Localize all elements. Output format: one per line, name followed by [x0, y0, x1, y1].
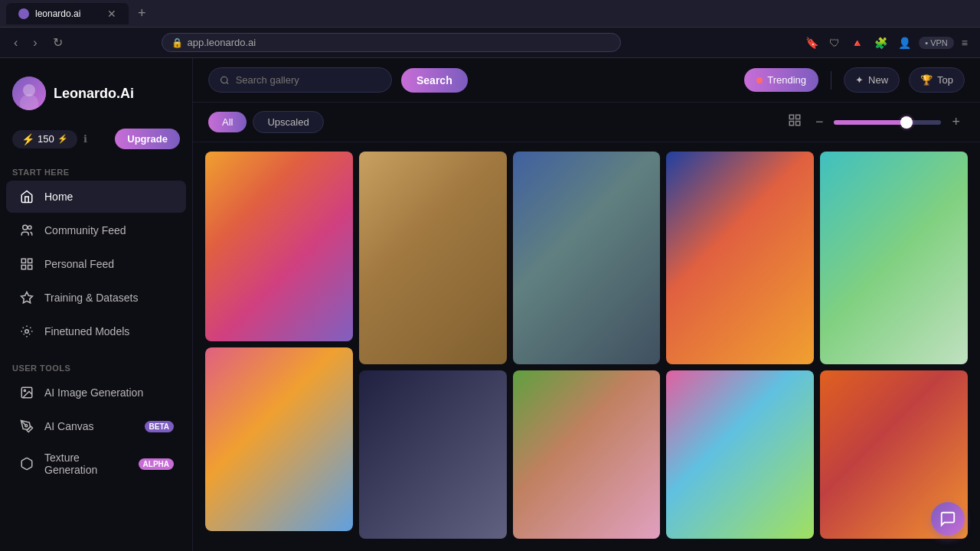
zoom-slider[interactable]	[834, 120, 941, 125]
gallery-item[interactable]: ⌥ ⛶	[205, 347, 353, 531]
new-button[interactable]: ✦ New	[844, 67, 900, 93]
avatar	[12, 77, 46, 110]
search-icon	[220, 75, 230, 86]
vpn-badge: • VPN	[919, 37, 954, 49]
sidebar-item-ai-image[interactable]: AI Image Generation	[6, 377, 186, 409]
menu-icon[interactable]: ≡	[959, 34, 971, 52]
zoom-minus-button[interactable]: −	[811, 112, 828, 132]
overlay-expand-btn[interactable]: ⛶	[785, 158, 808, 181]
trending-button[interactable]: Trending	[744, 68, 818, 92]
gallery-item[interactable]: ⌥ ⊘	[820, 152, 968, 364]
overlay-remix-btn[interactable]: ⌥	[757, 377, 780, 399]
overlay-expand-btn[interactable]: ⛶	[631, 377, 654, 399]
sidebar-item-home[interactable]: Home	[6, 181, 186, 213]
sidebar-logo: Leonardo.Ai	[0, 70, 192, 122]
top-label: Top	[937, 74, 953, 86]
grid-view-button[interactable]	[785, 110, 805, 134]
app-container: Leonardo.Ai ⚡ 150 ⚡ ℹ Upgrade Start Here…	[0, 0, 980, 551]
gallery-column-3: ⌥ ⊘ ⛶ ⌥ ⊘ ⛶	[513, 152, 661, 539]
search-button[interactable]: Search	[401, 68, 468, 93]
sidebar-item-texture[interactable]: Texture Generation ALPHA	[6, 444, 186, 484]
tab-close-btn[interactable]: ✕	[107, 8, 116, 20]
overlay-expand-btn[interactable]: ⛶	[324, 158, 347, 181]
overlay-expand-btn[interactable]: ⛶	[631, 158, 654, 181]
overlay-remix-btn[interactable]: ⌥	[576, 158, 599, 181]
overlay-expand-btn[interactable]: ⛶	[478, 377, 501, 399]
alert-icon[interactable]: 🔺	[848, 34, 867, 52]
svg-rect-6	[28, 259, 32, 262]
overlay-expand-btn[interactable]: ⛶	[324, 354, 347, 377]
new-label: New	[868, 74, 888, 86]
trending-dot	[756, 77, 763, 83]
refresh-button[interactable]: ↻	[48, 32, 67, 53]
section-start-label: Start Here	[0, 161, 192, 180]
training-label: Training & Datasets	[44, 292, 138, 304]
upgrade-button[interactable]: Upgrade	[115, 129, 180, 149]
personal-feed-icon	[18, 256, 35, 272]
sidebar-item-community-feed[interactable]: Community Feed	[6, 214, 186, 246]
overlay-disable-btn[interactable]: ⊘	[939, 158, 962, 181]
training-icon	[18, 289, 35, 306]
sidebar-item-ai-canvas[interactable]: AI Canvas BETA	[6, 410, 186, 442]
filter-all-button[interactable]: All	[208, 112, 247, 132]
chat-icon	[939, 510, 956, 527]
svg-rect-7	[21, 266, 25, 269]
gallery-item[interactable]: ⊘ ⛶	[359, 370, 507, 539]
gallery-item[interactable]: ⌥ ⛶	[205, 152, 353, 341]
overlay-remix-btn[interactable]: ⌥	[911, 158, 934, 181]
home-icon	[18, 188, 35, 205]
search-input[interactable]	[236, 74, 381, 86]
home-label: Home	[44, 191, 73, 203]
nav-right-icons: 🔖 🛡 🔺 🧩 👤 • VPN ≡	[802, 34, 971, 52]
tab-title: leonardo.ai	[35, 8, 80, 19]
shield-icon[interactable]: 🛡	[826, 34, 843, 52]
svg-rect-8	[28, 266, 32, 269]
gallery-item[interactable]: ⌥ ⛶	[359, 152, 507, 364]
back-button[interactable]: ‹	[9, 33, 22, 53]
overlay-remix-btn[interactable]: ⌥	[450, 158, 473, 181]
overlay-remix-btn[interactable]: ⌥	[296, 158, 319, 181]
token-count: ⚡ 150 ⚡	[12, 130, 77, 148]
sidebar-item-training[interactable]: Training & Datasets	[6, 282, 186, 314]
view-options: All Upscaled − +	[193, 103, 980, 142]
gallery-column-2: ⌥ ⛶ ⊘ ⛶	[359, 152, 507, 539]
gallery-item[interactable]: ⌥ ⊘ ⛶	[513, 152, 661, 364]
zoom-bar: − +	[811, 112, 965, 132]
overlay-remix-btn[interactable]: ⌥	[757, 158, 780, 181]
texture-badge: ALPHA	[139, 458, 174, 470]
gallery-item[interactable]: ⌥ ⊘ ⛶	[513, 370, 661, 539]
top-icon: 🏆	[920, 74, 933, 86]
sidebar-item-finetuned[interactable]: Finetuned Models	[6, 315, 186, 347]
overlay-remix-btn[interactable]: ⌥	[576, 377, 599, 399]
overlay-disable-btn[interactable]: ⊘	[603, 158, 626, 181]
svg-marker-9	[21, 292, 33, 303]
profile-icon[interactable]: 👤	[895, 34, 914, 52]
info-icon[interactable]: ℹ	[83, 133, 87, 145]
bookmark-icon[interactable]: 🔖	[802, 34, 822, 52]
ai-image-icon	[18, 384, 35, 401]
sidebar-item-personal-feed[interactable]: Personal Feed	[6, 248, 186, 280]
new-tab-button[interactable]: +	[132, 5, 152, 21]
divider	[831, 71, 831, 90]
extensions-icon[interactable]: 🧩	[871, 34, 890, 52]
active-tab[interactable]: leonardo.ai ✕	[6, 3, 129, 24]
address-bar[interactable]: 🔒 app.leonardo.ai	[162, 33, 621, 52]
forward-button[interactable]: ›	[28, 33, 41, 53]
overlay-expand-btn[interactable]: ⛶	[478, 158, 501, 181]
overlay-disable-btn[interactable]: ⊘	[603, 377, 626, 399]
overlay-disable-btn[interactable]: ⊘	[450, 377, 473, 399]
filter-upscaled-button[interactable]: Upscaled	[253, 111, 323, 133]
search-box[interactable]	[208, 67, 392, 93]
overlay-expand-btn[interactable]: ⛶	[785, 377, 808, 399]
ai-canvas-icon	[18, 418, 35, 435]
finetuned-label: Finetuned Models	[44, 325, 129, 337]
brand-name: Leonardo.Ai	[54, 86, 134, 102]
chat-bubble-button[interactable]	[931, 502, 965, 536]
personal-feed-label: Personal Feed	[44, 258, 114, 270]
top-button[interactable]: 🏆 Top	[909, 67, 965, 93]
gallery-item[interactable]: ⌥ ⛶	[666, 370, 814, 539]
overlay-remix-btn[interactable]: ⌥	[296, 354, 319, 377]
tab-favicon	[18, 8, 29, 19]
zoom-plus-button[interactable]: +	[947, 112, 965, 132]
gallery-item[interactable]: ⌥ ⛶	[666, 152, 814, 364]
